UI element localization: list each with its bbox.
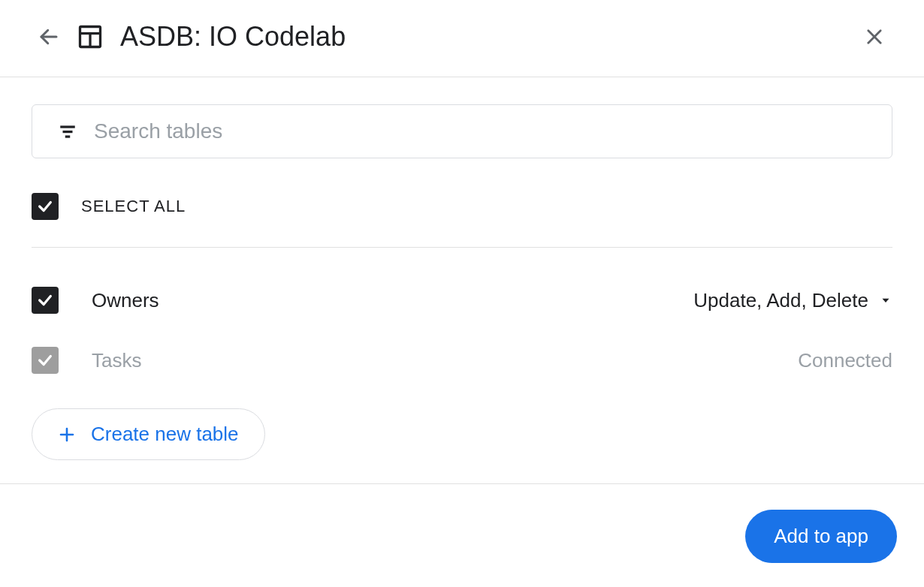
search-input[interactable] — [94, 119, 866, 143]
svg-rect-8 — [65, 135, 71, 137]
svg-rect-7 — [63, 131, 73, 133]
table-status-label: Connected — [798, 349, 892, 372]
table-list: Owners Update, Add, Delete Tasks Connect… — [32, 248, 892, 390]
table-permissions-dropdown[interactable]: Update, Add, Delete — [693, 289, 892, 312]
create-table-row: Create new table — [32, 408, 892, 460]
table-row: Tasks Connected — [32, 330, 892, 390]
table-name: Tasks — [92, 349, 765, 372]
plus-icon — [58, 426, 76, 444]
table-icon — [77, 23, 104, 50]
close-icon[interactable] — [862, 25, 886, 49]
svg-marker-9 — [883, 299, 889, 303]
dialog-footer: Add to app — [0, 483, 924, 587]
search-row[interactable] — [32, 104, 892, 158]
back-arrow-icon[interactable] — [38, 26, 60, 48]
select-all-checkbox[interactable] — [32, 193, 59, 220]
table-status: Connected — [798, 349, 892, 372]
dialog-header: ASDB: IO Codelab — [0, 0, 924, 77]
select-all-row: SELECT ALL — [32, 158, 892, 248]
table-row: Owners Update, Add, Delete — [32, 270, 892, 330]
svg-rect-6 — [60, 125, 75, 128]
create-new-table-button[interactable]: Create new table — [32, 408, 265, 460]
select-all-label: SELECT ALL — [81, 197, 186, 216]
dialog-content: SELECT ALL Owners Update, Add, Delete — [0, 77, 924, 460]
chevron-down-icon — [879, 294, 892, 307]
add-to-app-button[interactable]: Add to app — [745, 510, 897, 563]
table-checkbox-tasks[interactable] — [32, 347, 59, 374]
table-status-label: Update, Add, Delete — [693, 289, 868, 312]
filter-icon — [58, 122, 77, 141]
create-table-label: Create new table — [91, 423, 239, 446]
table-checkbox-owners[interactable] — [32, 287, 59, 314]
dialog-title: ASDB: IO Codelab — [120, 21, 846, 53]
table-name: Owners — [92, 289, 660, 312]
